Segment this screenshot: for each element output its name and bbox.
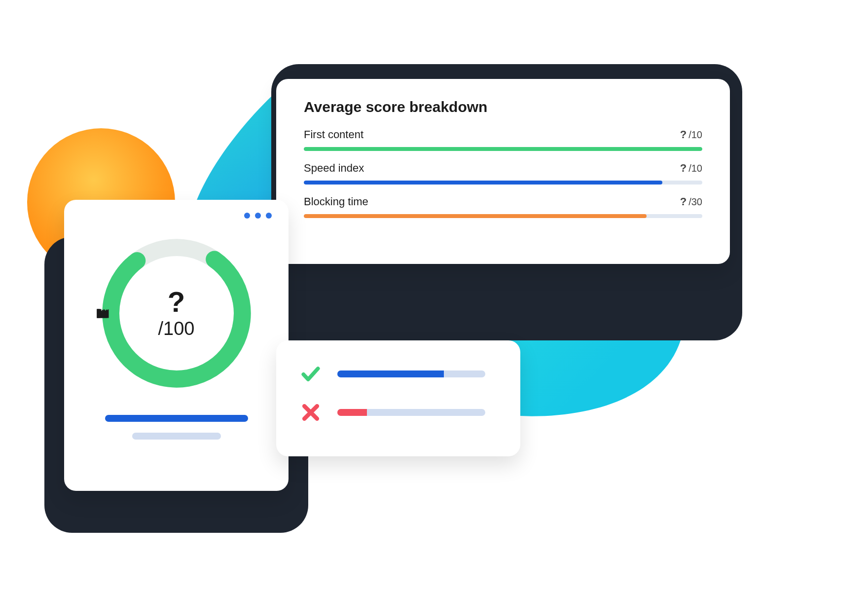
progress-fill	[337, 409, 367, 416]
check-row-pass	[300, 363, 497, 385]
breakdown-row-score: ?/10	[680, 128, 702, 141]
breakdown-row-label: Blocking time	[304, 195, 368, 208]
breakdown-row: Blocking time ?/30	[304, 195, 702, 218]
score-card: ? /100	[64, 200, 289, 491]
breakdown-card: Average score breakdown First content ?/…	[276, 79, 730, 264]
cross-icon	[300, 402, 322, 423]
breakdown-row-label: First content	[304, 128, 363, 141]
progress-fill	[304, 214, 647, 218]
breakdown-row: Speed index ?/10	[304, 162, 702, 185]
score-denominator: /100	[158, 318, 195, 339]
progress-track	[304, 147, 702, 151]
placeholder-line	[132, 433, 221, 440]
progress-fill	[304, 147, 702, 151]
breakdown-row-label: Speed index	[304, 162, 364, 175]
window-dots-icon	[244, 213, 272, 219]
check-row-fail	[300, 402, 497, 423]
breakdown-row: First content ?/10	[304, 128, 702, 151]
progress-fill	[337, 370, 444, 377]
check-progress	[337, 370, 485, 377]
score-value: ?	[168, 288, 185, 316]
progress-track	[304, 181, 702, 185]
score-gauge: ? /100	[98, 234, 255, 392]
breakdown-row-score: ?/30	[680, 195, 702, 208]
breakdown-title: Average score breakdown	[304, 99, 702, 115]
progress-track	[304, 214, 702, 218]
score-placeholder-lines	[82, 415, 271, 440]
check-icon	[300, 363, 322, 385]
checks-card	[276, 340, 520, 456]
check-progress	[337, 409, 485, 416]
breakdown-row-score: ?/10	[680, 162, 702, 175]
placeholder-line	[105, 415, 248, 422]
progress-fill	[304, 181, 662, 185]
